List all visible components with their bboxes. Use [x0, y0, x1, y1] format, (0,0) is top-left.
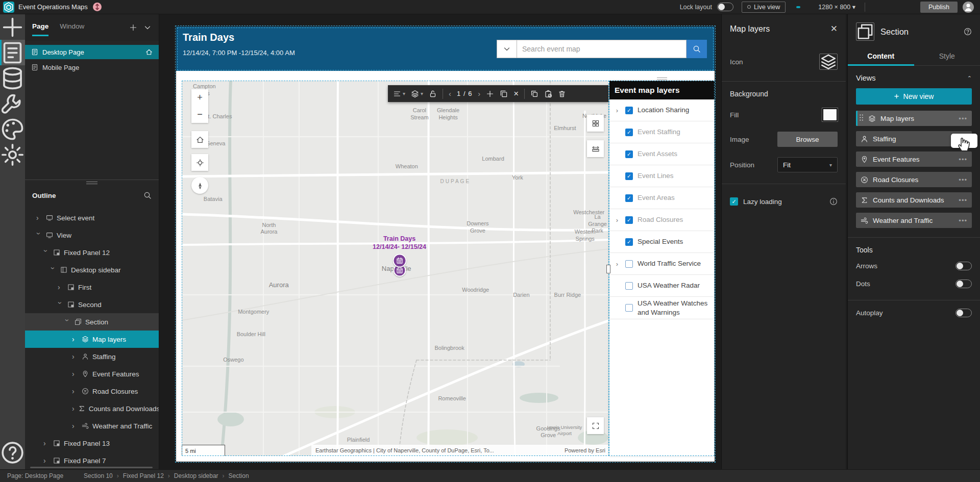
user-avatar[interactable] [963, 2, 974, 13]
outline-scrollbar[interactable] [30, 467, 153, 468]
expand-chevron-icon[interactable]: › [58, 283, 64, 291]
expand-chevron-icon[interactable]: › [56, 302, 64, 308]
panel-splitter[interactable] [25, 180, 159, 185]
expand-chevron-icon[interactable]: › [72, 352, 78, 361]
zoom-in-button[interactable]: + [191, 89, 208, 106]
locate-button[interactable] [191, 154, 208, 171]
outline-item-desktop-sidebar[interactable]: › Desktop sidebar [25, 261, 159, 278]
measure-button[interactable] [587, 140, 604, 157]
app-header-widget[interactable]: Train Days 12/14/24, 7:00 PM -12/15/24, … [176, 27, 715, 71]
paste-disabled-icon[interactable] [544, 90, 552, 98]
view-more-icon[interactable]: ••• [959, 115, 967, 122]
lock-layout-toggle[interactable] [717, 3, 733, 11]
view-item-weather-and-traffic[interactable]: Weather and Traffic ••• [856, 213, 972, 228]
view-item-event-features[interactable]: Event Features ••• [856, 151, 972, 167]
publish-button[interactable]: Publish [920, 2, 958, 13]
view-more-icon[interactable]: ••• [959, 156, 967, 163]
fullscreen-button[interactable] [587, 417, 604, 434]
search-input[interactable] [517, 40, 687, 58]
layer-checkbox[interactable]: ✓ [625, 129, 633, 136]
expand-chevron-icon[interactable]: › [36, 214, 42, 222]
tools-panel-button[interactable] [0, 91, 25, 116]
resolution-dropdown[interactable]: 1280 × 800 ▾ [818, 3, 855, 11]
outline-item-event-features[interactable]: › Event Features [25, 365, 159, 383]
page-item-desktop-page[interactable]: Desktop Page [25, 45, 159, 59]
outline-item-select-event[interactable]: › Select event [25, 209, 159, 226]
copy-icon[interactable] [530, 90, 538, 98]
page-item-mobile-page[interactable]: Mobile Page [25, 60, 159, 74]
outline-item-first[interactable]: › First [25, 278, 159, 296]
layer-checkbox[interactable]: ✓ [625, 194, 633, 202]
info-icon[interactable] [829, 197, 838, 206]
tab-window[interactable]: Window [60, 22, 84, 33]
breadcrumb-item[interactable]: Desktop sidebar [174, 472, 218, 479]
expand-chevron-icon[interactable]: › [72, 335, 78, 343]
event-marker[interactable] [393, 254, 406, 268]
unlock-icon[interactable] [429, 90, 437, 98]
resize-handle[interactable] [606, 265, 610, 273]
outline-item-counts-and-downloads[interactable]: › Counts and Downloads [25, 400, 159, 417]
expand-chevron-icon[interactable]: › [614, 216, 621, 224]
home-button[interactable] [191, 131, 208, 148]
outline-search-icon[interactable] [143, 191, 152, 199]
layer-checkbox[interactable]: ✓ [625, 150, 633, 158]
expand-chevron-icon[interactable]: › [63, 319, 71, 325]
lazy-loading-checkbox[interactable]: ✓ [730, 197, 738, 206]
layer-checkbox[interactable]: ✓ [625, 238, 633, 246]
search-source-dropdown[interactable] [497, 40, 517, 58]
outline-item-weather-and-traffic[interactable]: › Weather and Traffic [25, 417, 159, 435]
event-layer-event-lines[interactable]: ✓ Event Lines [609, 165, 715, 187]
align-icon[interactable] [393, 90, 401, 98]
live-view-button[interactable]: Live view [742, 2, 786, 13]
layer-checkbox[interactable] [625, 260, 633, 268]
view-more-icon[interactable]: ••• [959, 176, 967, 184]
layer-checkbox[interactable]: ✓ [625, 216, 633, 224]
position-dropdown[interactable]: Fit▾ [777, 157, 838, 172]
event-layer-event-assets[interactable]: ✓ Event Assets [609, 143, 715, 165]
add-view-icon[interactable] [486, 90, 494, 98]
help-icon[interactable] [964, 28, 972, 36]
outline-item-staffing[interactable]: › Staffing [25, 348, 159, 365]
page-options-chevron-icon[interactable] [143, 23, 152, 32]
dots-toggle[interactable] [955, 280, 972, 288]
autoplay-toggle[interactable] [955, 309, 972, 317]
data-panel-button[interactable] [0, 65, 25, 91]
expand-chevron-icon[interactable]: › [35, 233, 43, 239]
desktop-device-icon[interactable] [796, 6, 800, 8]
event-layer-special-events[interactable]: ✓ Special Events [609, 231, 715, 253]
layers-order-icon[interactable] [411, 90, 419, 98]
outline-item-view[interactable]: › View [25, 226, 159, 244]
breadcrumb-item[interactable]: Section 10 [84, 472, 113, 479]
outline-item-fixed-panel-12[interactable]: › Fixed Panel 12 [25, 244, 159, 261]
event-layer-road-closures[interactable]: › ✓ Road Closures [609, 209, 715, 231]
new-view-button[interactable]: +New view [856, 88, 972, 105]
map-widget[interactable]: Campton HillsSt. CharlesCarol StreamGlen… [182, 81, 609, 456]
breadcrumb-item[interactable]: Fixed Panel 12 [123, 472, 164, 479]
expand-chevron-icon[interactable]: › [72, 387, 78, 395]
tab-page[interactable]: Page [32, 22, 48, 33]
expand-chevron-icon[interactable]: › [72, 422, 78, 430]
view-item-counts-and-downloads[interactable]: Counts and Downloads ••• [856, 192, 972, 208]
basemap-gallery-button[interactable] [587, 115, 604, 132]
layer-checkbox[interactable]: ✓ [625, 172, 633, 180]
compass-button[interactable] [191, 177, 208, 194]
app-logo-icon[interactable] [3, 2, 14, 13]
theme-panel-button[interactable] [0, 116, 25, 142]
layer-checkbox[interactable] [625, 304, 633, 312]
drag-handle-icon[interactable] [859, 114, 864, 123]
page-panel-button[interactable] [0, 40, 25, 65]
prev-view-icon[interactable]: ‹ [449, 89, 451, 98]
layer-checkbox[interactable]: ✓ [625, 107, 633, 114]
expand-chevron-icon[interactable]: › [72, 370, 78, 378]
expand-chevron-icon[interactable]: › [43, 456, 50, 465]
arrows-toggle[interactable] [955, 262, 972, 270]
next-view-icon[interactable]: › [478, 89, 480, 98]
zoom-out-button[interactable]: − [191, 106, 208, 123]
expand-chevron-icon[interactable]: › [614, 107, 621, 114]
trash-icon[interactable] [558, 90, 566, 98]
view-item-map-layers[interactable]: Map layers ••• [856, 111, 972, 126]
insert-widget-button[interactable] [0, 14, 25, 40]
expand-chevron-icon[interactable]: › [49, 267, 57, 273]
browse-button[interactable]: Browse [777, 132, 838, 147]
collapse-views-icon[interactable]: ⌃ [967, 75, 972, 82]
